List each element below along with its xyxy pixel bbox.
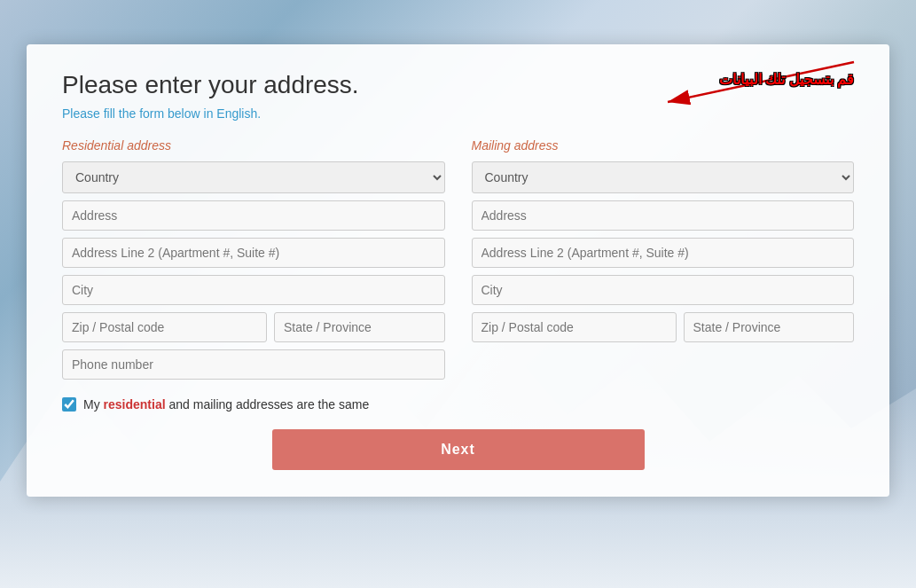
residential-phone-input[interactable]	[62, 349, 445, 380]
same-address-row: My residential and mailing addresses are…	[62, 397, 854, 412]
next-button-container: Next	[62, 429, 854, 470]
form-card: Please enter your address. Please fill t…	[27, 44, 889, 497]
mailing-address-input[interactable]	[472, 200, 855, 231]
residential-state-group	[274, 312, 445, 342]
residential-zip-input[interactable]	[62, 312, 267, 342]
mailing-zip-input[interactable]	[472, 312, 677, 342]
residential-state-input[interactable]	[274, 312, 445, 342]
same-address-checkbox[interactable]	[62, 397, 76, 412]
mailing-address-group	[472, 200, 855, 231]
subtitle-colored: English	[216, 106, 257, 121]
mailing-state-input[interactable]	[684, 312, 855, 342]
residential-zip-group	[62, 312, 267, 342]
residential-phone-group	[62, 349, 445, 380]
subtitle-dot: .	[257, 106, 261, 121]
mailing-city-group	[472, 275, 855, 305]
form-columns: Residential address Country United State…	[62, 138, 854, 387]
mailing-section-title: Mailing address	[472, 138, 855, 153]
residential-section-title: Residential address	[62, 138, 445, 153]
residential-address-group	[62, 200, 445, 231]
mailing-state-group	[684, 312, 855, 342]
residential-zip-state-row	[62, 312, 445, 349]
residential-address2-group	[62, 238, 445, 268]
residential-address2-input[interactable]	[62, 238, 445, 268]
mailing-address2-input[interactable]	[472, 238, 855, 268]
residential-city-group	[62, 275, 445, 305]
subtitle-plain: Please fill the form below in	[62, 106, 216, 121]
mailing-country-select[interactable]: Country United States Canada United King…	[472, 161, 855, 193]
same-address-label[interactable]: My residential and mailing addresses are…	[83, 397, 369, 412]
mailing-column: Mailing address Country United States Ca…	[472, 138, 855, 387]
mailing-address2-group	[472, 238, 855, 268]
residential-city-input[interactable]	[62, 275, 445, 305]
mailing-zip-group	[472, 312, 677, 342]
residential-country-group: Country United States Canada United King…	[62, 161, 445, 193]
mailing-city-input[interactable]	[472, 275, 855, 305]
arabic-annotation: قم بتسجيل تلك البيانات	[719, 71, 854, 88]
page-subtitle: Please fill the form below in English.	[62, 106, 854, 121]
mailing-zip-state-row	[472, 312, 855, 349]
residential-column: Residential address Country United State…	[62, 138, 445, 387]
next-button[interactable]: Next	[272, 429, 645, 470]
mailing-country-group: Country United States Canada United King…	[472, 161, 855, 193]
residential-address-input[interactable]	[62, 200, 445, 231]
checkbox-bold-text: residential	[104, 397, 166, 412]
residential-country-select[interactable]: Country United States Canada United King…	[62, 161, 445, 193]
